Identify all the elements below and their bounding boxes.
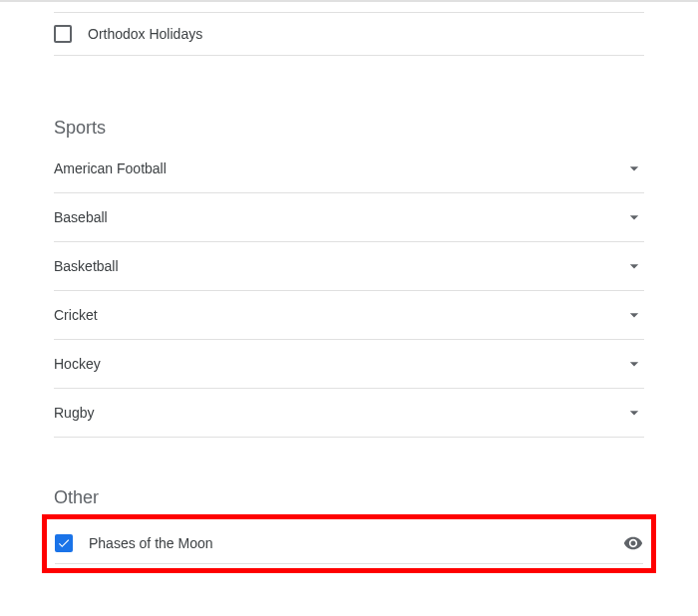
checkbox-unchecked-icon[interactable] [54, 25, 72, 43]
highlight-annotation: Phases of the Moon [42, 514, 656, 573]
sports-item-label: Baseball [54, 209, 108, 225]
chevron-down-icon [624, 158, 644, 178]
sports-item-hockey[interactable]: Hockey [54, 340, 644, 388]
sports-item-label: Rugby [54, 405, 94, 421]
chevron-down-icon [624, 207, 644, 227]
phases-of-moon-item[interactable]: Phases of the Moon [55, 523, 643, 563]
sports-item-american-football[interactable]: American Football [54, 145, 644, 192]
chevron-down-icon [624, 403, 644, 423]
sports-item-baseball[interactable]: Baseball [54, 193, 644, 241]
phases-of-moon-label: Phases of the Moon [89, 535, 623, 551]
sports-item-label: Basketball [54, 258, 119, 274]
eye-icon[interactable] [623, 533, 643, 553]
sports-item-label: Hockey [54, 356, 101, 372]
orthodox-holidays-item[interactable]: Orthodox Holidays [54, 13, 644, 55]
item-divider [54, 437, 644, 438]
sports-item-label: Cricket [54, 307, 98, 323]
sports-item-cricket[interactable]: Cricket [54, 291, 644, 339]
orthodox-holidays-label: Orthodox Holidays [88, 26, 644, 42]
sports-item-label: American Football [54, 160, 167, 176]
chevron-down-icon [624, 354, 644, 374]
item-divider [55, 563, 643, 564]
chevron-down-icon [624, 256, 644, 276]
sports-section-title: Sports [54, 118, 644, 139]
check-icon [57, 536, 71, 550]
item-divider [54, 55, 644, 56]
sports-item-basketball[interactable]: Basketball [54, 242, 644, 290]
sports-item-rugby[interactable]: Rugby [54, 389, 644, 437]
calendar-settings-container: Orthodox Holidays Sports American Footba… [0, 0, 698, 573]
chevron-down-icon [624, 305, 644, 325]
checkbox-checked-icon[interactable] [55, 534, 73, 552]
other-section: Other Phases of the Moon [54, 487, 644, 573]
other-section-title: Other [54, 487, 644, 508]
